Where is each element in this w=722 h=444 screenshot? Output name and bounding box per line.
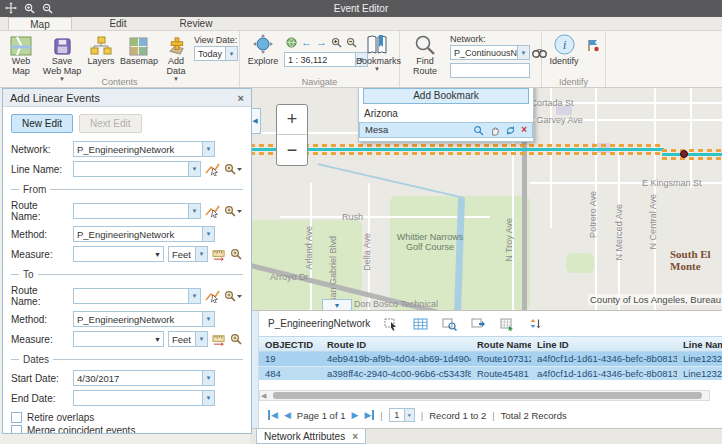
next-page-icon[interactable]: ▶: [351, 410, 358, 420]
line-name-label: Line Name:: [11, 164, 69, 175]
layers-icon: [84, 34, 118, 56]
select-route-on-map-icon[interactable]: [205, 289, 220, 303]
column-header[interactable]: Route ID: [321, 337, 471, 351]
to-method-select[interactable]: P_EngineeringNetwork ▼: [73, 311, 215, 327]
to-route-name-select[interactable]: ▼: [73, 288, 201, 304]
column-header[interactable]: OBJECTID: [259, 337, 321, 351]
close-icon[interactable]: ×: [238, 92, 244, 104]
update-bookmark-icon[interactable]: [505, 125, 516, 136]
bookmarks-icon: [356, 34, 398, 56]
select-line-on-map-icon[interactable]: [205, 162, 220, 176]
tab-network-attributes[interactable]: Network Attributes ×: [256, 429, 366, 444]
close-icon[interactable]: ×: [352, 431, 358, 442]
basemap-button[interactable]: Basemap: [120, 34, 156, 67]
zoom-in-icon[interactable]: [24, 3, 35, 14]
route-events-line[interactable]: [662, 149, 722, 160]
map-zoom-out-button[interactable]: −: [277, 135, 307, 165]
collapse-table-button[interactable]: ▼: [322, 299, 352, 310]
to-measure-combobox[interactable]: ▼: [73, 331, 164, 347]
tab-edit[interactable]: Edit: [86, 17, 150, 30]
add-data-button[interactable]: Add Data ▼: [158, 34, 194, 82]
column-header[interactable]: Line Name: [677, 337, 722, 351]
scroll-left-icon[interactable]: ◀: [261, 391, 266, 400]
sort-icon[interactable]: [529, 317, 542, 330]
bookmark-item-arizona[interactable]: Arizona: [359, 106, 533, 122]
pan-to-bookmark-icon[interactable]: [489, 125, 500, 136]
zoom-to-bookmark-icon[interactable]: [473, 125, 484, 136]
table-row[interactable]: 19 4eb9419b-af9b-4d04-ab69-1d490476802b …: [259, 352, 722, 366]
from-measure-combobox[interactable]: ▼: [73, 246, 164, 262]
layers-button[interactable]: Layers: [84, 34, 118, 67]
select-records-icon[interactable]: [384, 317, 399, 331]
svg-text:i: i: [562, 37, 566, 52]
line-name-select[interactable]: ▼: [73, 161, 201, 177]
method-label: Method:: [11, 229, 69, 240]
end-date-label: End Date:: [11, 393, 69, 404]
horizontal-scrollbar[interactable]: ◀: [259, 390, 710, 401]
route-events-line[interactable]: [250, 144, 664, 155]
view-date-select[interactable]: Today ▼: [194, 46, 238, 61]
switch-selection-icon[interactable]: [500, 317, 515, 331]
find-route-button[interactable]: Find Route: [406, 34, 444, 77]
map-zoom-in-button[interactable]: +: [277, 105, 307, 135]
delete-bookmark-icon[interactable]: ×: [521, 125, 527, 135]
web-map-button[interactable]: Web Map: [2, 34, 40, 77]
retire-overlaps-option[interactable]: Retire overlaps: [11, 412, 243, 423]
new-edit-button[interactable]: New Edit: [11, 114, 73, 133]
column-header[interactable]: Line ID: [531, 337, 677, 351]
zoom-in-icon[interactable]: [331, 37, 342, 48]
zoom-options-icon[interactable]: [224, 163, 243, 176]
last-page-icon[interactable]: ▶: [364, 410, 374, 420]
measure-label: Measure:: [11, 334, 69, 345]
tab-review[interactable]: Review: [164, 17, 228, 30]
from-route-name-select[interactable]: ▼: [73, 203, 201, 219]
select-route-on-map-icon[interactable]: [205, 204, 220, 218]
save-web-map-button[interactable]: Save Web Map ▼: [42, 34, 82, 82]
measure-location-icon[interactable]: [212, 333, 226, 346]
add-bookmark-button[interactable]: Add Bookmark: [363, 88, 529, 104]
basemap-icon: [120, 34, 156, 56]
zoom-to-measure-icon[interactable]: [230, 333, 243, 346]
street-label: N Merced Ave: [614, 204, 624, 260]
street-label: E Kingsman St: [642, 178, 702, 188]
full-extent-icon[interactable]: [286, 37, 297, 48]
bookmarks-popup: Add Bookmark Arizona Mesa ×: [358, 84, 534, 142]
zoom-options-icon[interactable]: [224, 205, 243, 218]
network-select[interactable]: P_EngineeringNetwork ▼: [73, 141, 215, 157]
bookmarks-button[interactable]: Bookmarks ▼: [356, 34, 398, 72]
table-row[interactable]: 484 a398ff4c-2940-4c00-96b6-c5343f8f1711…: [259, 366, 722, 380]
to-units-select[interactable]: Feet ▼: [168, 331, 208, 347]
checkbox-icon[interactable]: [11, 412, 22, 423]
bookmark-item-mesa[interactable]: Mesa ×: [359, 122, 533, 138]
end-date-select[interactable]: ▼: [73, 390, 215, 406]
route-point-marker[interactable]: [680, 150, 688, 158]
scrollbar-thumb[interactable]: [273, 392, 702, 399]
from-method-select[interactable]: P_EngineeringNetwork ▼: [73, 226, 215, 242]
explore-button[interactable]: Explore: [244, 34, 282, 67]
next-edit-button[interactable]: Next Edit: [79, 114, 142, 133]
first-page-icon[interactable]: ◀: [268, 410, 278, 420]
page-number-select[interactable]: 1 ▼: [389, 408, 415, 422]
from-units-select[interactable]: Feet ▼: [168, 246, 208, 262]
next-extent-icon[interactable]: →: [316, 36, 327, 48]
column-header[interactable]: Route Name: [471, 337, 531, 351]
pan-icon[interactable]: [5, 2, 17, 14]
pan-to-selected-icon[interactable]: [471, 317, 486, 331]
zoom-out-icon[interactable]: [42, 3, 53, 14]
attribute-table-icon[interactable]: [413, 317, 428, 331]
tab-map[interactable]: Map: [8, 17, 72, 30]
start-date-select[interactable]: 4/30/2017 ▼: [73, 370, 215, 386]
identify-button[interactable]: i Identify: [546, 34, 582, 67]
merge-coincident-events-option[interactable]: Merge coincident events: [11, 425, 243, 434]
zoom-to-selected-icon[interactable]: [442, 317, 457, 331]
checkbox-icon[interactable]: [11, 425, 22, 434]
previous-page-icon[interactable]: ◀: [284, 410, 291, 420]
flag-icon[interactable]: [586, 38, 600, 52]
previous-extent-icon[interactable]: ←: [301, 36, 312, 48]
measure-location-icon[interactable]: [212, 248, 226, 261]
zoom-to-measure-icon[interactable]: [230, 248, 243, 261]
network-select[interactable]: P_ContinuousNetwork ▼: [450, 45, 530, 60]
route-input[interactable]: [450, 63, 530, 78]
table-pagination: ◀ ◀ Page 1 of 1 ▶ ▶ | 1 ▼ | Record 1 to …: [259, 405, 722, 425]
zoom-options-icon[interactable]: [224, 290, 243, 303]
